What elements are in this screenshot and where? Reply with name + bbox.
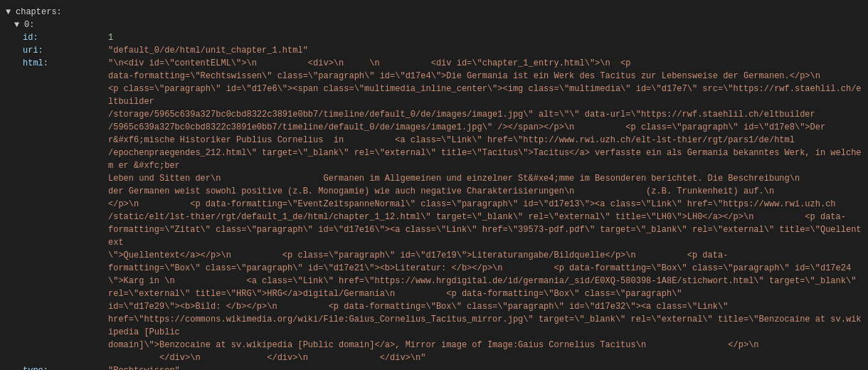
json-viewer: ▼chapters: ▼0: id: 1 uri: "default_0/de/…: [0, 0, 868, 370]
html-row: html: "\n<div id=\"contentELML\">\n <div…: [0, 57, 868, 364]
id-value: 1: [108, 31, 113, 44]
type-value: "Rechtswissen": [108, 364, 180, 370]
uri-key: uri:: [23, 44, 108, 57]
type-row: type: "Rechtswissen": [0, 364, 868, 370]
collapse-arrow-chapters[interactable]: ▼: [6, 6, 14, 18]
uri-value: "default_0/de/html/unit_chapter_1.html": [108, 44, 308, 57]
chapters-header: ▼chapters:: [0, 6, 868, 18]
entry-0-header: ▼0:: [0, 18, 868, 31]
html-key: html:: [23, 57, 108, 364]
id-row: id: 1: [0, 31, 868, 44]
type-key: type:: [23, 364, 108, 370]
collapse-arrow-0[interactable]: ▼: [14, 18, 23, 31]
id-key: id:: [23, 31, 108, 44]
html-value: "\n<div id=\"contentELML\">\n <div>\n \n…: [108, 57, 862, 364]
uri-row: uri: "default_0/de/html/unit_chapter_1.h…: [0, 44, 868, 57]
